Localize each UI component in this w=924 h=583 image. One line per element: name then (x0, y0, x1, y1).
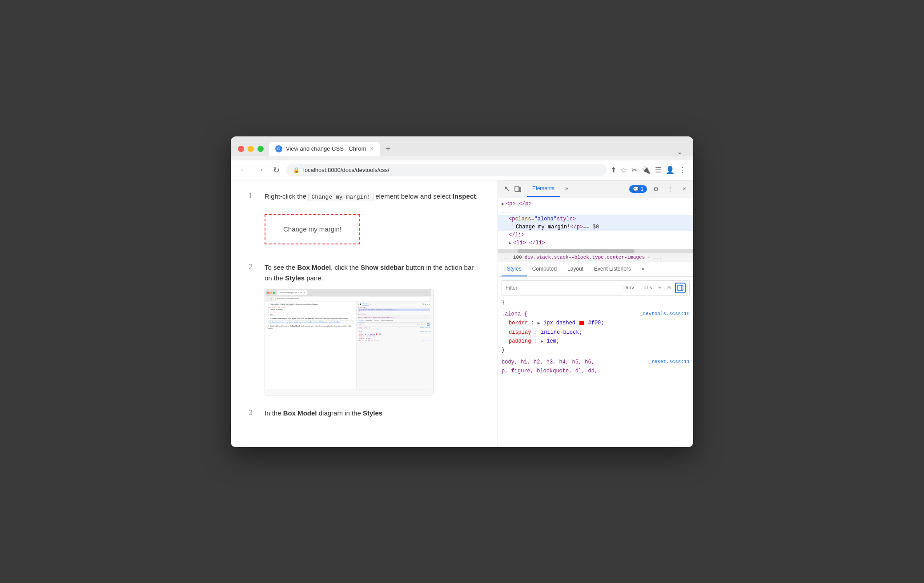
tag-p-open: <p>…</p> (506, 201, 532, 207)
tag-style-attr: style> (557, 216, 576, 222)
instruction-text-2: To see the Box Model, click the Show sid… (265, 262, 480, 395)
css-property-padding: padding : ▶ 1em; (509, 338, 559, 344)
file-ref-aloha[interactable]: _devtools.scss:19 (640, 310, 690, 318)
devtools-tab-elements[interactable]: Elements (527, 181, 560, 197)
menu-icon[interactable]: ☰ (655, 166, 661, 174)
tag-class-attr: class= (515, 216, 534, 222)
more-options-icon[interactable]: ⋮ (665, 184, 675, 194)
padding-triangle[interactable]: ▶ (541, 339, 543, 344)
breadcrumb-bar: ... 100 div.stack.stack--block.type.cent… (498, 253, 693, 262)
breadcrumb-num: 100 (513, 255, 522, 260)
tab-close-button[interactable]: × (370, 145, 373, 152)
horizontal-scrollbar[interactable] (498, 249, 693, 253)
css-prev-close: } (502, 298, 690, 307)
padding-colon: : (534, 338, 541, 344)
margin-demo-box[interactable]: Change my margin! (265, 214, 360, 244)
devtools-header-icons: 💬 1 ⚙ ⋮ × (629, 184, 690, 194)
display-property[interactable]: display (509, 329, 531, 335)
css-tab-event-listeners[interactable]: Event Listeners (589, 262, 636, 276)
color-hex-value: #f00; (588, 320, 604, 326)
bookmark-icon[interactable]: ☆ (621, 166, 627, 174)
color-swatch-red[interactable] (579, 321, 584, 325)
instruction-step-1: 1 Right-click the Change my margin! elem… (249, 191, 480, 250)
tree-row-li-open[interactable]: ▶ <li> </li> (498, 239, 693, 247)
maximize-button[interactable] (257, 146, 264, 152)
add-rule-button[interactable]: + (657, 285, 663, 291)
refresh-button[interactable]: ↻ (270, 164, 282, 176)
inspect-element-icon[interactable]: ↖ (502, 184, 512, 194)
forward-button[interactable]: → (254, 164, 266, 176)
css-tab-computed[interactable]: Computed (527, 262, 562, 276)
padding-property[interactable]: padding (509, 338, 531, 344)
scissors-icon[interactable]: ✂ (631, 166, 637, 174)
back-button[interactable]: ← (238, 164, 250, 176)
tree-triangle-1: ▶ (502, 201, 504, 207)
browser-window: G View and change CSS - Chrom × + ⌄ ← → … (231, 136, 693, 447)
traffic-lights (238, 146, 264, 152)
display-value: inline-block; (541, 329, 583, 335)
css-selector-aloha[interactable]: .aloha { (502, 311, 527, 317)
settings-icon[interactable]: ⚙ (651, 184, 661, 194)
text-after-1: element below and select Inspect. (375, 192, 478, 200)
styles-pane: Filter :hov .cls + ⊟ (498, 277, 693, 447)
tree-row-p-ellipsis[interactable]: ▶ <p>…</p> (498, 200, 693, 208)
close-devtools-icon[interactable]: × (679, 184, 690, 194)
step-number-1: 1 (249, 192, 257, 250)
padding-value: 1em; (546, 338, 559, 344)
share-icon[interactable]: ⬆ (611, 166, 616, 174)
address-input[interactable]: 🔒 localhost:8080/docs/devtools/css/ (286, 164, 607, 176)
profile-icon[interactable]: 👤 (666, 166, 675, 174)
border-triangle[interactable]: ▶ (538, 321, 540, 326)
css-tab-styles[interactable]: Styles (502, 262, 527, 276)
page-content: 1 Right-click the Change my margin! elem… (231, 180, 498, 447)
devtools-header: ↖ Elements » 💬 1 ⚙ ⋮ × (498, 180, 693, 198)
devtools-panel: ↖ Elements » 💬 1 ⚙ ⋮ × (498, 180, 693, 447)
file-ref-reset[interactable]: _reset.scss:11 (649, 358, 690, 366)
css-tab-more[interactable]: » (636, 262, 650, 276)
tag-p-close: </p> (570, 224, 583, 230)
tree-row-dots[interactable]: ... (498, 208, 693, 215)
breadcrumb-path: div.stack.stack--block.type.center-image… (525, 255, 645, 260)
svg-rect-1 (519, 188, 521, 192)
extensions-icon[interactable]: 🔌 (642, 166, 651, 174)
css-rule-aloha: _devtools.scss:19 .aloha { border : ▶ 1p… (502, 310, 690, 355)
tab-expand-button[interactable]: ⌄ (677, 148, 683, 156)
message-badge[interactable]: 💬 1 (629, 185, 647, 193)
html-tree: ▶ <p>…</p> ... <p class= "aloha" style> … (498, 198, 693, 249)
code-inline-1: Change my margin! (308, 193, 374, 201)
tree-row-p-content[interactable]: Change my margin! </p> == $0 (498, 223, 693, 231)
close-button[interactable] (238, 146, 244, 152)
title-bar: G View and change CSS - Chrom × + ⌄ (231, 136, 693, 156)
instruction-text-3: In the Box Model diagram in the Styles (265, 408, 382, 419)
text-before-1: Right-click the (265, 192, 308, 200)
show-sidebar-button[interactable] (675, 283, 686, 293)
address-actions: ⬆ ☆ ✂ 🔌 ☰ 👤 ⋮ (611, 166, 686, 174)
lock-icon: 🔒 (293, 167, 300, 173)
more-icon[interactable]: ⋮ (679, 166, 686, 174)
browser-tab[interactable]: G View and change CSS - Chrom × (269, 142, 380, 156)
text-2-before: To see the Box Model, click the Show sid… (265, 264, 474, 282)
cls-button[interactable]: .cls (639, 285, 654, 291)
tag-li-close: </li> (509, 232, 525, 238)
border-value: 1px dashed (543, 320, 579, 326)
filter-label: Filter (506, 285, 518, 291)
devtools-tab-more[interactable]: » (560, 181, 574, 197)
badge-icon: 💬 (633, 186, 639, 192)
css-curly-close-aloha: } (502, 347, 505, 353)
new-tab-button[interactable]: + (382, 143, 395, 156)
css-tab-layout[interactable]: Layout (562, 262, 589, 276)
address-bar: ← → ↻ 🔒 localhost:8080/docs/devtools/css… (231, 160, 693, 180)
layers-button[interactable]: ⊟ (666, 284, 672, 291)
hov-button[interactable]: :hov (621, 285, 636, 291)
css-property-display: display : inline-block; (509, 329, 583, 335)
device-toolbar-icon[interactable] (512, 184, 523, 194)
chrome-icon: G (275, 145, 282, 152)
css-selector-reset[interactable]: body, h1, h2, h3, h4, h5, h6, (502, 359, 595, 365)
css-selector-reset-2[interactable]: p, figure, blockquote, dl, dd, (502, 368, 598, 374)
tree-row-li-close[interactable]: </li> (498, 231, 693, 239)
tree-row-p-aloha[interactable]: <p class= "aloha" style> (498, 215, 693, 223)
text-3: In the Box Model diagram in the Styles (265, 409, 382, 417)
minimize-button[interactable] (248, 146, 254, 152)
border-property[interactable]: border (509, 320, 528, 326)
screenshot-thumbnail: View and change CSS - Chro... × ← → ↻ 🔒 … (265, 289, 434, 395)
